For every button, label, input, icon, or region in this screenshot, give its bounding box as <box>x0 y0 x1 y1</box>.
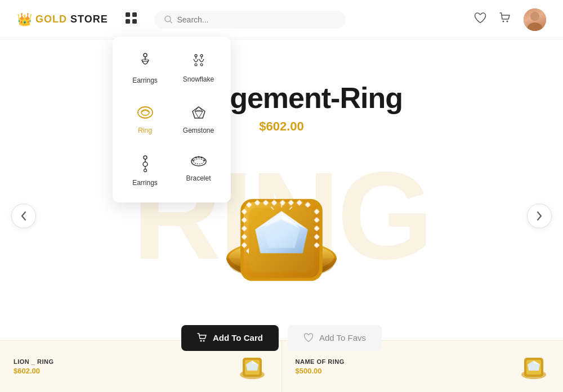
avatar-silhouette <box>524 8 546 31</box>
dropdown-menu: Earrings Snowflake <box>113 37 231 202</box>
svg-point-34 <box>203 160 205 161</box>
svg-point-8 <box>530 12 539 21</box>
menu-item-snowflake[interactable]: Snowflake <box>172 42 225 94</box>
svg-point-30 <box>144 169 146 172</box>
svg-point-36 <box>200 157 202 159</box>
card-name-0: LION _ RING <box>14 358 54 365</box>
nav-arrow-right[interactable] <box>527 204 552 228</box>
svg-point-17 <box>195 64 197 66</box>
svg-point-81 <box>203 340 205 341</box>
svg-rect-3 <box>132 19 137 24</box>
add-to-card-button[interactable]: Add To Card <box>181 325 279 351</box>
svg-point-6 <box>503 21 504 22</box>
svg-rect-1 <box>132 12 137 17</box>
avatar[interactable] <box>524 8 546 31</box>
nav-arrow-left[interactable] <box>11 204 36 228</box>
add-to-favs-button[interactable]: Add To Favs <box>288 325 382 351</box>
svg-point-7 <box>507 21 508 22</box>
gemstone-icon <box>190 105 207 123</box>
header: 👑 GOLD STORE <box>0 0 563 39</box>
search-icon <box>164 15 173 24</box>
action-buttons: Add To Card Add To Favs <box>181 325 382 351</box>
snowflake-icon <box>190 52 207 72</box>
heart-btn-icon <box>303 333 314 343</box>
svg-point-18 <box>200 64 203 66</box>
card-info-1: NAME OF RING $500.00 <box>296 358 345 375</box>
card-thumb-1 <box>519 351 549 382</box>
svg-point-26 <box>144 156 147 159</box>
bracelet-icon <box>190 155 207 171</box>
ring-icon <box>137 105 154 123</box>
menu-item-earrings-bottom[interactable]: Earrings <box>118 145 172 197</box>
product-price: $602.00 <box>259 119 304 134</box>
menu-item-gemstone-label: Gemstone <box>183 127 214 134</box>
grid-icon[interactable] <box>125 12 137 27</box>
svg-point-35 <box>195 157 196 159</box>
logo-gold: GOLD <box>35 13 67 25</box>
header-right <box>474 8 546 31</box>
card-info-0: LION _ RING $602.00 <box>14 358 54 375</box>
card-price-1: $500.00 <box>296 367 345 375</box>
cart-icon[interactable] <box>499 12 511 27</box>
cart-btn-icon <box>197 333 207 343</box>
earring-icon <box>137 52 153 73</box>
card-name-1: NAME OF RING <box>296 358 345 365</box>
menu-item-ring-label: Ring <box>138 127 152 134</box>
logo-text: GOLD STORE <box>35 13 108 25</box>
menu-item-ring[interactable]: Ring <box>118 94 172 145</box>
earring2-icon <box>137 155 153 175</box>
svg-line-24 <box>199 111 203 118</box>
logo-store: STORE <box>67 13 108 25</box>
menu-item-earrings-bottom-label: Earrings <box>132 179 158 187</box>
svg-marker-21 <box>193 107 205 118</box>
logo-icon: 👑 <box>17 12 32 27</box>
svg-point-28 <box>143 162 148 166</box>
card-thumb-0 <box>237 351 268 382</box>
svg-rect-2 <box>126 19 130 24</box>
menu-item-earrings-top-label: Earrings <box>132 76 158 84</box>
svg-point-32 <box>194 159 204 164</box>
menu-item-earrings-top[interactable]: Earrings <box>118 42 172 94</box>
svg-point-33 <box>192 160 194 161</box>
svg-point-13 <box>195 55 197 57</box>
menu-item-snowflake-label: Snowflake <box>183 75 214 83</box>
logo[interactable]: 👑 GOLD STORE <box>17 12 108 27</box>
svg-point-10 <box>144 53 147 57</box>
heart-icon[interactable] <box>474 12 486 26</box>
svg-line-5 <box>169 21 172 23</box>
svg-point-37 <box>198 156 199 158</box>
menu-item-gemstone[interactable]: Gemstone <box>172 94 225 145</box>
svg-line-23 <box>195 111 199 118</box>
card-price-0: $602.00 <box>14 367 54 375</box>
svg-point-14 <box>200 55 203 57</box>
menu-item-bracelet-label: Bracelet <box>186 174 211 182</box>
search-input[interactable] <box>177 15 335 24</box>
svg-point-9 <box>528 22 542 31</box>
menu-item-bracelet[interactable]: Bracelet <box>172 145 225 197</box>
svg-point-80 <box>200 340 202 341</box>
hero-section: RING Engagement-Ring $602.00 <box>0 39 563 392</box>
search-bar[interactable] <box>154 11 346 29</box>
svg-rect-0 <box>126 12 130 17</box>
